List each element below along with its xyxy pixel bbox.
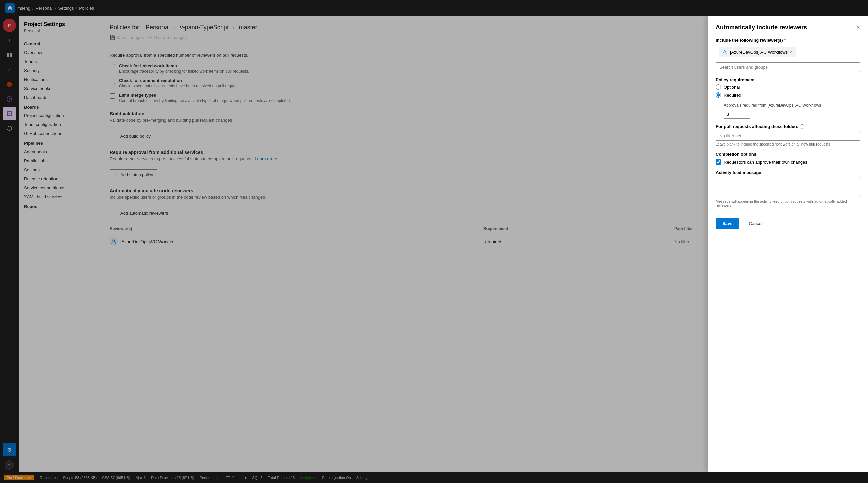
activity-feed-label: Activity feed message xyxy=(716,170,860,175)
modal-panel: Automatically include reviewers × Includ… xyxy=(708,16,868,472)
folder-hint: Leave blank to include the specified rev… xyxy=(716,142,860,146)
modal-title-text: Automatically include reviewers xyxy=(716,24,807,31)
folder-filter-input[interactable] xyxy=(716,131,860,141)
radio-optional[interactable] xyxy=(716,84,721,90)
policy-requirement-group: Optional Required xyxy=(716,84,860,98)
completion-options-section: Completion options Requestors can approv… xyxy=(716,152,860,164)
folder-filter-label: For pull requests affecting these folder… xyxy=(716,124,860,129)
requestors-approve-checkbox[interactable] xyxy=(716,159,721,164)
policy-requirement-label: Policy requirement xyxy=(716,77,860,82)
reviewer-chip: [AzureDevOps]\VC Workflows ✕ xyxy=(718,47,796,57)
modal-overlay: Automatically include reviewers × Includ… xyxy=(0,0,868,483)
modal-footer: Save Cancel xyxy=(716,215,860,229)
activity-feed-input[interactable] xyxy=(716,177,860,197)
requestors-approve-label: Requestors can approve their own changes xyxy=(723,159,807,164)
option-required[interactable]: Required xyxy=(716,92,860,98)
modal-title-bar: Automatically include reviewers × xyxy=(716,24,860,31)
chip-remove-button[interactable]: ✕ xyxy=(790,50,793,54)
modal-close-button[interactable]: × xyxy=(856,24,860,31)
requestors-approve-option[interactable]: Requestors can approve their own changes xyxy=(716,159,860,164)
modal-save-button[interactable]: Save xyxy=(716,218,739,229)
radio-required[interactable] xyxy=(716,92,721,98)
reviewer-chips-container: [AzureDevOps]\VC Workflows ✕ xyxy=(716,45,860,60)
required-label: Required xyxy=(723,93,741,98)
reviewer-search-input[interactable] xyxy=(716,62,860,72)
chip-label: [AzureDevOps]\VC Workflows xyxy=(730,50,788,55)
option-optional[interactable]: Optional xyxy=(716,84,860,90)
completion-label: Completion options xyxy=(716,152,860,156)
activity-feed-hint: Message will appear in the activity feed… xyxy=(716,199,860,207)
modal-cancel-button[interactable]: Cancel xyxy=(742,218,769,229)
approvals-input[interactable] xyxy=(723,110,750,119)
optional-label: Optional xyxy=(723,85,740,90)
approvals-label: Approvals required from [AzureDevOps]\VC… xyxy=(723,103,860,108)
chip-reviewer-icon xyxy=(721,49,728,55)
include-reviewer-label: Include the following reviewer(s) * xyxy=(716,38,860,43)
folder-info-icon[interactable]: i xyxy=(800,124,804,129)
required-indicator: * xyxy=(784,38,786,43)
